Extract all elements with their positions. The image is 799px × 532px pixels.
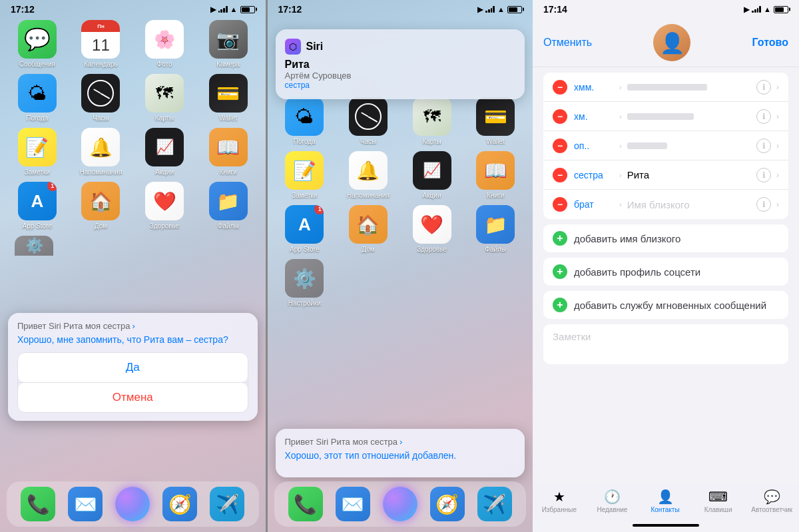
dock-telegram[interactable]: ✈️	[210, 487, 244, 521]
siri-response-2: Хорошо, этот тип отношений добавлен.	[285, 449, 516, 463]
relationship-section: − хмм. › ℹ › − хм. › ℹ ›	[543, 73, 788, 219]
dock-phone-2[interactable]: 📞	[288, 487, 323, 521]
app-grid-1: 💬 Сообщения Пн 11 Календарь 🌸 Фото 📷 Кам…	[0, 17, 266, 236]
app-health-2[interactable]: ❤️ Здоровье	[403, 205, 461, 254]
dock-safari-2[interactable]: 🧭	[430, 487, 465, 521]
app-books-2[interactable]: 📖 Книги	[466, 151, 525, 200]
app-camera[interactable]: 📷 Камера	[199, 20, 258, 69]
tab-contacts-label: Контакты	[651, 506, 679, 513]
app-wallet-2[interactable]: 💳 Wallet	[466, 97, 525, 146]
siri-label: Siri	[306, 41, 324, 53]
dock-telegram-2[interactable]: ✈️	[477, 487, 512, 521]
app-stocks[interactable]: 📈 Акции	[135, 128, 194, 176]
app-photos[interactable]: 🌸 Фото	[135, 20, 194, 69]
contact-row-brother: − брат › Имя близкого ℹ ›	[543, 190, 788, 219]
done-button[interactable]: Готово	[752, 37, 788, 49]
app-stocks-2[interactable]: 📈 Акции	[403, 151, 461, 200]
app-reminders-2[interactable]: 🔔 Напоминания	[339, 151, 398, 200]
tab-bar: ★ Избранные 🕐 Недавние 👤 Контакты ⌨ Клав…	[533, 485, 799, 521]
dock-siri[interactable]	[115, 487, 150, 521]
add-social-btn[interactable]: +	[553, 264, 567, 279]
notes-label[interactable]: Заметки	[553, 331, 591, 342]
tab-contacts[interactable]: 👤 Контакты	[645, 489, 685, 513]
add-social-row[interactable]: + добавить профиль соцсети	[543, 258, 788, 286]
location-icon: ▶	[210, 5, 216, 14]
app-files[interactable]: 📁 Файлы	[199, 182, 258, 230]
app-messages[interactable]: 💬 Сообщения	[8, 20, 67, 69]
redacted-value-2	[627, 113, 694, 120]
app-calendar[interactable]: Пн 11 Календарь	[72, 20, 131, 69]
app-maps-2[interactable]: 🗺 Карты	[403, 97, 461, 146]
siri-contact-label: сестра	[285, 81, 516, 90]
badge-appstore: 1	[47, 182, 57, 191]
siri-yes-button[interactable]: Да	[18, 353, 248, 382]
field-placeholder-brother[interactable]: Имя близкого	[627, 199, 756, 210]
battery-icon	[240, 6, 255, 13]
app-reminders[interactable]: 🔔 Напоминания	[72, 128, 131, 176]
dock-siri-2[interactable]	[383, 487, 417, 521]
battery-icon-2	[507, 6, 522, 13]
phone-panel-1: 17:12 ▶ ▲ 💬 Сообщения Пн 11	[0, 0, 268, 532]
dock-safari[interactable]: 🧭	[162, 487, 197, 521]
status-icons-2: ▶ ▲	[477, 5, 522, 14]
dock-1: 📞 ✉️ 🧭 ✈️	[7, 481, 259, 527]
app-notes[interactable]: 📝 Заметки	[8, 128, 67, 176]
app-health[interactable]: ❤️ Здоровье	[135, 182, 194, 230]
wifi-icon: ▲	[230, 5, 238, 13]
app-maps[interactable]: 🗺 Карты	[135, 74, 194, 123]
siri-query-2: Привет Siri Рита моя сестра	[285, 437, 398, 447]
app-weather-2[interactable]: 🌤 Погода	[276, 97, 334, 146]
info-btn-5[interactable]: ℹ	[756, 197, 771, 212]
app-weather[interactable]: 🌤 Погода	[8, 74, 67, 123]
app-home[interactable]: 🏠 Дом	[72, 182, 131, 230]
app-clock[interactable]: Часы	[72, 74, 131, 123]
siri-query-text: Привет Siri Рита моя сестра	[17, 321, 130, 331]
tab-recent-label: Недавние	[597, 506, 627, 513]
info-btn-2[interactable]: ℹ	[756, 109, 771, 124]
contacts-status-bar: 17:14 ▶ ▲	[533, 0, 799, 17]
app-files-2[interactable]: 📁 Файлы	[466, 205, 525, 254]
tab-recent[interactable]: 🕐 Недавние	[592, 489, 632, 513]
tab-voicemail-label: Автоответчик	[751, 506, 792, 513]
tab-favorites[interactable]: ★ Избранные	[539, 489, 579, 513]
ios-background-2: 17:12 ▶ ▲ ⬡ Siri Рита Артём Суровцев	[268, 0, 533, 532]
dock-mail[interactable]: ✉️	[68, 487, 103, 521]
location-icon-3: ▶	[744, 5, 749, 14]
contact-row-3: − оп.. › ℹ ›	[543, 131, 788, 160]
app-books[interactable]: 📖 Книги	[199, 128, 258, 176]
field-value-sister: Рита	[627, 169, 756, 180]
app-home-2[interactable]: 🏠 Дом	[339, 205, 398, 254]
siri-cancel-button[interactable]: Отмена	[18, 383, 248, 412]
app-settings-2[interactable]: ⚙️ Настройки	[276, 259, 334, 308]
add-relative-row[interactable]: + добавить имя близкого	[543, 224, 788, 252]
siri-icon: ⬡	[285, 39, 301, 55]
status-time-2: 17:12	[278, 4, 302, 15]
delete-btn-3[interactable]: −	[553, 138, 567, 153]
dock-mail-2[interactable]: ✉️	[336, 487, 370, 521]
add-relative-btn[interactable]: +	[553, 231, 567, 246]
add-messaging-btn[interactable]: +	[553, 298, 567, 312]
siri-result-bubble: Привет Siri Рита моя сестра › Хорошо, эт…	[276, 429, 525, 477]
delete-btn-1[interactable]: −	[553, 80, 567, 95]
siri-contact-name: Рита	[285, 59, 516, 71]
app-appstore[interactable]: A 1 App Store	[8, 182, 67, 230]
delete-btn-2[interactable]: −	[553, 109, 567, 124]
tab-voicemail[interactable]: 💬 Автоответчик	[751, 489, 792, 513]
contacts-header: Отменить 👤 Готово	[533, 17, 799, 67]
dock-phone[interactable]: 📞	[21, 487, 55, 521]
delete-btn-4[interactable]: −	[553, 168, 567, 182]
info-btn-1[interactable]: ℹ	[756, 80, 771, 95]
app-wallet[interactable]: 💳 Wallet	[199, 74, 258, 123]
info-btn-4[interactable]: ℹ	[756, 168, 771, 182]
clock-tab-icon: 🕐	[604, 489, 621, 505]
app-notes-2[interactable]: 📝 Заметки	[276, 151, 334, 200]
add-messaging-row[interactable]: + добавить службу мгновенных сообщений	[543, 291, 788, 319]
add-social-section: + добавить профиль соцсети	[543, 258, 788, 286]
app-appstore-2[interactable]: A 1 App Store	[276, 205, 334, 254]
delete-btn-5[interactable]: −	[553, 197, 567, 212]
app-clock-2[interactable]: Часы	[339, 97, 398, 146]
info-btn-3[interactable]: ℹ	[756, 138, 771, 153]
ios-background-1: 17:12 ▶ ▲ 💬 Сообщения Пн 11	[0, 0, 266, 532]
tab-keypad[interactable]: ⌨ Клавиши	[698, 489, 738, 513]
cancel-button[interactable]: Отменить	[543, 37, 592, 49]
